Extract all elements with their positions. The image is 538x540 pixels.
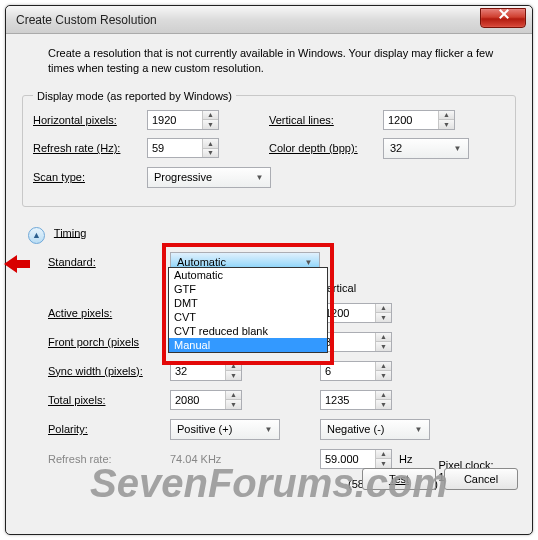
cancel-button[interactable]: Cancel xyxy=(444,468,518,490)
color-depth-select[interactable]: 32 ▼ xyxy=(383,138,469,159)
color-depth-value: 32 xyxy=(390,142,402,154)
polarity-label: Polarity: xyxy=(48,423,170,435)
standard-label: Standard: xyxy=(48,256,170,268)
close-icon xyxy=(498,13,508,23)
standard-option-selected[interactable]: Manual xyxy=(169,338,327,352)
titlebar[interactable]: Create Custom Resolution xyxy=(6,6,532,34)
collapse-toggle[interactable]: ▲ xyxy=(28,227,45,244)
vertical-lines-input[interactable]: ▲▼ xyxy=(383,110,455,130)
svg-marker-0 xyxy=(4,255,30,273)
standard-option[interactable]: CVT xyxy=(169,310,327,324)
active-pixels-v-input[interactable]: ▲▼ xyxy=(320,303,392,323)
refresh-rate-h: 74.04 KHz xyxy=(170,453,320,465)
standard-option[interactable]: GTF xyxy=(169,282,327,296)
refresh-rate-field[interactable] xyxy=(148,139,202,157)
scan-type-value: Progressive xyxy=(154,171,212,183)
display-mode-legend: Display mode (as reported by Windows) xyxy=(33,90,236,102)
spinner-buttons[interactable]: ▲▼ xyxy=(438,111,454,129)
chevron-down-icon: ▼ xyxy=(252,170,267,185)
polarity-h-select[interactable]: Positive (+) ▼ xyxy=(170,419,280,440)
vertical-lines-field[interactable] xyxy=(384,111,438,129)
dialog-buttons: Test Cancel xyxy=(362,468,518,490)
sync-width-label: Sync width (pixels): xyxy=(48,365,170,377)
standard-option[interactable]: Automatic xyxy=(169,268,327,282)
help-text: Create a resolution that is not currentl… xyxy=(18,44,520,84)
spinner-buttons[interactable]: ▲▼ xyxy=(202,111,218,129)
standard-dropdown-list[interactable]: Automatic GTF DMT CVT CVT reduced blank … xyxy=(168,267,328,353)
front-porch-v-input[interactable]: ▲▼ xyxy=(320,332,392,352)
window-title: Create Custom Resolution xyxy=(16,13,480,27)
horizontal-pixels-input[interactable]: ▲▼ xyxy=(147,110,219,130)
spinner-buttons[interactable]: ▲▼ xyxy=(202,139,218,157)
chevron-down-icon: ▼ xyxy=(411,422,426,437)
scan-type-select[interactable]: Progressive ▼ xyxy=(147,167,271,188)
timing-label: Timing xyxy=(54,226,87,238)
standard-option[interactable]: CVT reduced blank xyxy=(169,324,327,338)
active-pixels-label: Active pixels: xyxy=(48,307,170,319)
standard-option[interactable]: DMT xyxy=(169,296,327,310)
sync-width-v-input[interactable]: ▲▼ xyxy=(320,361,392,381)
color-depth-label: Color depth (bpp): xyxy=(269,142,379,154)
total-pixels-label: Total pixels: xyxy=(48,394,170,406)
refresh-rate-row-label: Refresh rate: xyxy=(48,453,170,465)
horizontal-pixels-label: Horizontal pixels: xyxy=(33,114,143,126)
refresh-rate-input[interactable]: ▲▼ xyxy=(147,138,219,158)
test-button[interactable]: Test xyxy=(362,468,436,490)
annotation-arrow-icon xyxy=(4,255,30,273)
total-pixels-v-input[interactable]: ▲▼ xyxy=(320,390,392,410)
sync-width-h-input[interactable]: ▲▼ xyxy=(170,361,242,381)
total-pixels-h-input[interactable]: ▲▼ xyxy=(170,390,242,410)
hz-unit: Hz xyxy=(399,453,412,465)
horizontal-pixels-field[interactable] xyxy=(148,111,202,129)
timing-header: ▲ Timing xyxy=(28,225,520,242)
refresh-rate-label: Refresh rate (Hz): xyxy=(33,142,143,154)
chevron-down-icon: ▼ xyxy=(450,141,465,156)
scan-type-label: Scan type: xyxy=(33,171,143,183)
refresh-rate-v-input[interactable]: ▲▼ xyxy=(320,449,392,469)
front-porch-label: Front porch (pixels xyxy=(48,336,170,348)
polarity-v-select[interactable]: Negative (-) ▼ xyxy=(320,419,430,440)
vertical-lines-label: Vertical lines: xyxy=(269,114,379,126)
vertical-column-header: Vertical xyxy=(320,282,440,294)
chevron-down-icon: ▼ xyxy=(261,422,276,437)
close-button[interactable] xyxy=(480,8,526,28)
display-mode-group: Display mode (as reported by Windows) Ho… xyxy=(22,90,516,207)
